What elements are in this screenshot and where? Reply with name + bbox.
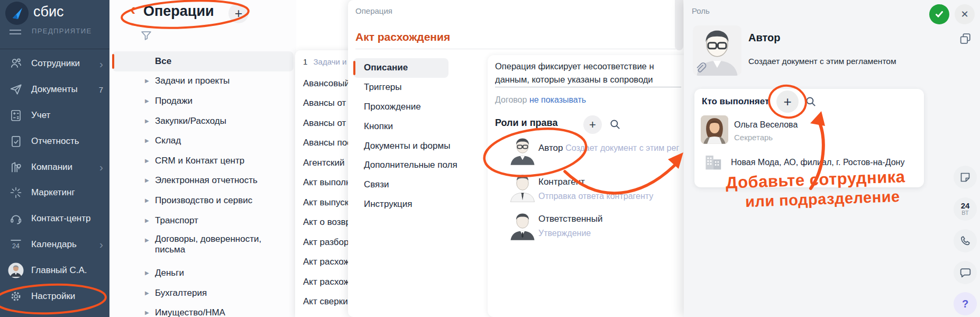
sbis-logo-icon[interactable] [5,2,29,25]
category-purchases[interactable]: ▶ Закупки/Расходы [112,111,294,131]
operation-description-line2[interactable]: данным, которые указаны в сопроводи [495,75,685,85]
tab-extra-fields[interactable]: Дополнительные поля [353,156,448,175]
list-item[interactable]: Авансовый [295,74,353,94]
man-shirt-avatar[interactable] [509,173,536,202]
expand-triangle-icon: ▶ [145,78,149,84]
category-money[interactable]: ▶ Деньги [112,263,294,283]
category-transport[interactable]: ▶ Транспорт [112,211,294,231]
sidebar-item-label: Сотрудники [31,58,99,69]
search-executors-icon[interactable] [804,95,818,108]
category-bookkeeping[interactable]: ▶ Бухгалтерия [112,283,294,303]
expand-triangle-icon: ▶ [145,118,149,124]
contract-row: Договор не показывать [495,95,586,105]
sidebar-item-label: Маркетинг [31,187,103,198]
category-sales[interactable]: ▶ Продажи [112,91,294,111]
sidebar-item-employees[interactable]: Сотрудники › [0,51,109,77]
list-item[interactable]: Агентский [295,153,353,173]
sidebar-item-settings[interactable]: Настройки [0,283,109,309]
role-counterparty[interactable]: Контрагент [538,177,585,187]
operations-list: Авансовый Авансы от Авансы от Авансы пос… [295,74,353,312]
search-roles-icon[interactable] [608,117,622,131]
man-suit-avatar[interactable] [509,211,536,240]
executor-name[interactable]: Ольга Веселова [734,120,798,130]
sidebar-item-documents[interactable]: Документы 7 [0,77,109,103]
role-author-subtitle: Создает документ с этим рег [565,143,679,152]
menu-burger-icon[interactable] [8,28,22,37]
list-group-header[interactable]: 1 Задачи и п [303,57,353,66]
sidebar: сбис ПРЕДПРИЯТИЕ Сотрудники › Документы … [0,0,109,317]
tab-flow[interactable]: Прохождение [353,97,448,117]
tab-documents-forms[interactable]: Документы и формы [353,136,448,156]
list-item[interactable]: Акт расхож [295,272,353,292]
category-warehouse[interactable]: ▶ Склад [112,131,294,151]
sidebar-item-companies[interactable]: Компании › [0,154,109,180]
sidebar-item-accounting[interactable]: Учет [0,103,109,129]
category-production[interactable]: ▶ Производство и сервис [112,191,294,211]
list-item[interactable]: Акт о возвр [295,213,353,233]
operation-description-line1[interactable]: Операция фиксирует несоответствие н [495,61,685,71]
tab-description[interactable]: Описание [353,58,448,78]
calendar-button[interactable]: 24 ВТ [954,197,977,221]
expand-triangle-icon: ▶ [145,237,149,243]
sidebar-item-marketing[interactable]: Маркетинг [0,180,109,206]
tab-triggers[interactable]: Триггеры [353,78,448,97]
contract-link[interactable]: не показывать [529,95,586,104]
role-author[interactable]: Автор Создает документ с этим рег [538,143,679,153]
expand-triangle-icon: ▶ [145,290,149,296]
expand-triangle-icon: ▶ [145,310,149,316]
tab-links[interactable]: Связи [353,175,448,195]
description-card: Операция фиксирует несоответствие н данн… [488,55,689,317]
expand-triangle-icon: ▶ [145,158,149,164]
man-glasses-avatar[interactable] [509,135,536,165]
category-all[interactable]: Все [112,51,294,71]
sidebar-item-reporting[interactable]: Отчетность [0,128,109,154]
sidebar-item-profile[interactable]: Главный С.А. [0,257,109,283]
close-button[interactable]: ✕ [955,4,975,24]
list-item[interactable]: Авансы пос [295,133,353,153]
sidebar-item-contact-center[interactable]: Контакт-центр [0,206,109,232]
phone-button[interactable] [954,229,977,252]
contract-label: Договор [495,95,527,104]
category-contracts[interactable]: ▶ Договоры, доверенности, письма [112,230,294,263]
sidebar-item-calendar[interactable]: 24 Календарь › [0,232,109,258]
role-description: Создает документ с этим регламентом [748,57,896,66]
list-item[interactable]: Акт расхож [295,252,353,273]
add-operation-button[interactable]: + [228,3,249,23]
tab-buttons[interactable]: Кнопки [353,116,448,136]
scrollbar-track[interactable] [675,0,683,50]
help-button[interactable]: ? [954,292,977,315]
list-item[interactable]: Авансы от [295,94,353,114]
building-icon [704,152,723,171]
expand-triangle-icon: ▶ [145,197,149,203]
dialog-label: Роль [692,6,710,15]
svg-text:24: 24 [12,242,20,249]
notes-button[interactable] [954,166,977,189]
paperclip-icon[interactable] [694,61,707,76]
category-crm[interactable]: ▶ CRM и Контакт центр [112,151,294,171]
chat-button[interactable] [954,261,977,284]
category-tasks[interactable]: ▶ Задачи и проекты [112,71,294,92]
copy-icon[interactable] [958,32,973,46]
sidebar-item-label: Учет [31,110,103,121]
group-count: 1 [303,57,307,66]
tab-instruction[interactable]: Инструкция [353,195,448,214]
documents-count-badge: 7 [99,85,103,94]
list-item[interactable]: Акт выпуск [295,193,353,213]
save-button[interactable] [929,4,949,24]
list-item[interactable]: Акт выполн [295,173,353,193]
list-item[interactable]: Акт сверки [295,292,353,312]
app-title: сбис [33,4,64,20]
list-item[interactable]: Авансы от [295,113,353,133]
back-chevron-icon[interactable]: ‹ [130,0,135,19]
chevron-right-icon: › [99,161,103,173]
executor-org-name[interactable]: Новая Мода, АО, филиал, г. Ростов-на-Дон… [731,158,904,167]
role-responsible[interactable]: Ответственный [538,214,602,224]
category-assets[interactable]: ▶ Имущество/НМА [112,303,294,317]
executor-position: Секретарь [734,133,773,142]
add-executor-button[interactable]: + [776,90,799,113]
add-role-button[interactable]: + [583,115,602,134]
category-e-reporting[interactable]: ▶ Электронная отчетность [112,171,294,191]
filter-icon[interactable] [140,29,153,42]
list-item[interactable]: Акт разбор [295,232,353,252]
operation-title: Акт расхождения [355,31,450,43]
